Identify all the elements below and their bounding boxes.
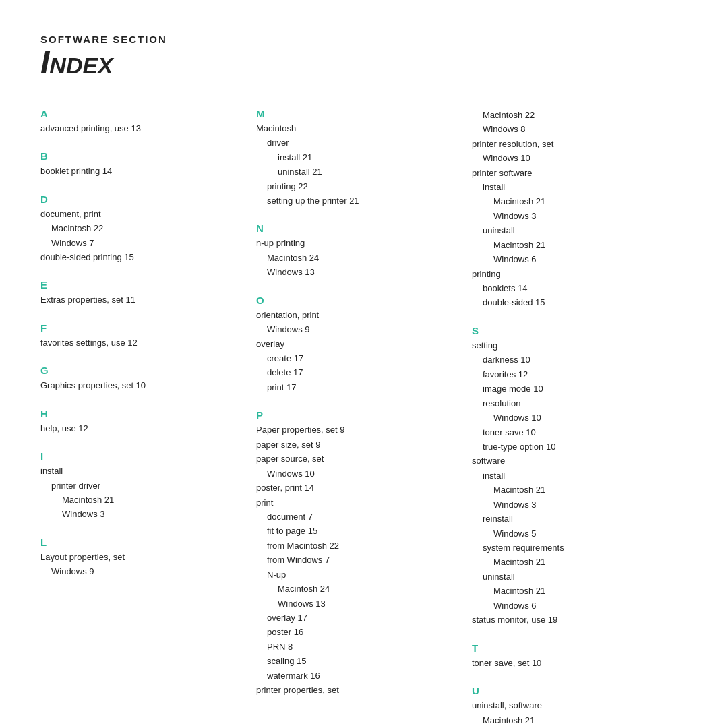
index-entry: document, print [40,207,236,221]
letter-section: Macintosh 22Windows 8printer resolution,… [472,108,667,310]
index-entry: Paper properties, set 9 [256,423,452,437]
index-entry: from Macintosh 22 [267,539,452,553]
index-entry: reinstall [483,512,667,526]
letter-heading: S [472,325,667,336]
index-entry: printer resolution, set [472,137,667,151]
letter-heading: M [256,108,452,119]
letter-section: Hhelp, use 12 [40,408,236,435]
index-entry: paper source, set [256,452,452,466]
index-entry: booklets 14 [483,281,667,295]
letter-section: Ffavorites settings, use 12 [40,322,236,350]
index-entry: Macintosh [256,121,452,135]
index-entry: driver [267,135,452,150]
letter-section: MMacintoshdriverinstall 21uninstall 21pr… [256,108,452,208]
index-entry: Windows 9 [267,322,452,336]
index-entry: fit to page 15 [267,524,452,538]
index-entry: favorites settings, use 12 [40,336,236,350]
index-entry: favorites 12 [483,367,667,382]
index-entry: install 21 [278,150,452,164]
letter-heading: P [256,409,452,421]
index-entry: N-up [267,568,452,582]
letter-section: EExtras properties, set 11 [40,279,236,307]
index-entry: watermark 16 [267,669,452,683]
index-entry: toner save, set 10 [472,656,667,670]
letter-heading: G [40,365,236,376]
column-1: Aadvanced printing, use 13Bbooklet print… [40,108,256,728]
letter-heading: O [256,295,452,306]
letter-section: LLayout properties, setWindows 9 [40,537,236,579]
index-entry: uninstall [483,570,667,584]
index-entry: Macintosh 22 [51,221,236,235]
index-entry: Windows 9 [51,564,236,578]
index-entry: Extras properties, set 11 [40,293,236,307]
letter-heading: T [472,642,667,654]
index-entry: Macintosh 21 [483,713,667,727]
letter-heading: H [40,408,236,419]
index-entry: n-up printing [256,236,452,250]
index-entry: Macintosh 21 [493,194,667,208]
letter-section: GGraphics properties, set 10 [40,365,236,392]
index-entry: double-sided printing 15 [40,250,236,264]
index-entry: resolution [483,396,667,411]
letter-section: Ttoner save, set 10 [472,642,667,670]
index-entry: Macintosh 24 [267,251,452,265]
letter-section: Uuninstall, softwareMacintosh 21 [472,685,667,727]
letter-heading: A [40,108,236,119]
letter-heading: B [40,150,236,162]
index-entry: poster 16 [267,625,452,639]
index-entry: print 17 [267,380,452,394]
index-entry: document 7 [267,510,452,524]
index-entry: help, use 12 [40,421,236,435]
letter-heading: L [40,537,236,548]
column-3: Macintosh 22Windows 8printer resolution,… [472,108,688,728]
index-entry: Windows 13 [267,265,452,279]
index-entry: Macintosh 21 [62,493,236,507]
index-entry: from Windows 7 [267,553,452,567]
index-entry: uninstall [483,223,667,237]
index-entry: double-sided 15 [483,295,667,309]
page-title: Index [40,45,688,81]
index-entry: scaling 15 [267,654,452,668]
index-entry: software [472,454,667,468]
index-entry: booklet printing 14 [40,164,236,178]
index-entry: printer software [472,166,667,180]
letter-section: PPaper properties, set 9paper size, set … [256,409,452,697]
index-entry: Layout properties, set [40,550,236,564]
letter-heading: U [472,685,667,696]
letter-section: Bbooklet printing 14 [40,150,236,178]
index-entry: Windows 10 [267,466,452,481]
index-entry: Windows 10 [483,151,667,165]
index-entry: uninstall, software [472,698,667,712]
index-entry: setting up the printer 21 [267,193,452,208]
index-entry: Macintosh 21 [493,483,667,497]
page-header: Software Section Index [40,34,688,81]
index-entry: delete 17 [267,365,452,380]
letter-heading: E [40,279,236,291]
index-entry: Windows 8 [483,122,667,136]
letter-heading: F [40,322,236,334]
section-label: Software Section [40,34,688,45]
index-entry: Macintosh 21 [493,555,667,569]
column-2: MMacintoshdriverinstall 21uninstall 21pr… [256,108,472,728]
index-entry: poster, print 14 [256,481,452,495]
index-entry: Windows 3 [493,209,667,223]
index-entry: paper size, set 9 [256,437,452,452]
letter-section: Ssettingdarkness 10favorites 12image mod… [472,325,667,628]
index-entry: Macintosh 21 [493,238,667,252]
letter-section: Ddocument, printMacintosh 22Windows 7dou… [40,193,236,265]
index-entry: Macintosh 24 [278,582,452,596]
index-entry: Windows 3 [493,497,667,512]
index-entry: Windows 5 [493,526,667,541]
index-entry: install [483,468,667,483]
letter-heading: D [40,193,236,205]
index-entry: Windows 6 [493,252,667,266]
letter-section: Nn-up printingMacintosh 24Windows 13 [256,222,452,279]
index-entry: system requirements [483,541,667,555]
index-entry: Windows 10 [493,411,667,425]
index-entry: PRN 8 [267,640,452,654]
index-entry: Macintosh 22 [483,108,667,122]
letter-heading: I [40,450,236,462]
letter-section: Oorientation, printWindows 9overlaycreat… [256,295,452,395]
index-entry: Windows 13 [278,597,452,611]
index-entry: status monitor, use 19 [472,613,667,627]
